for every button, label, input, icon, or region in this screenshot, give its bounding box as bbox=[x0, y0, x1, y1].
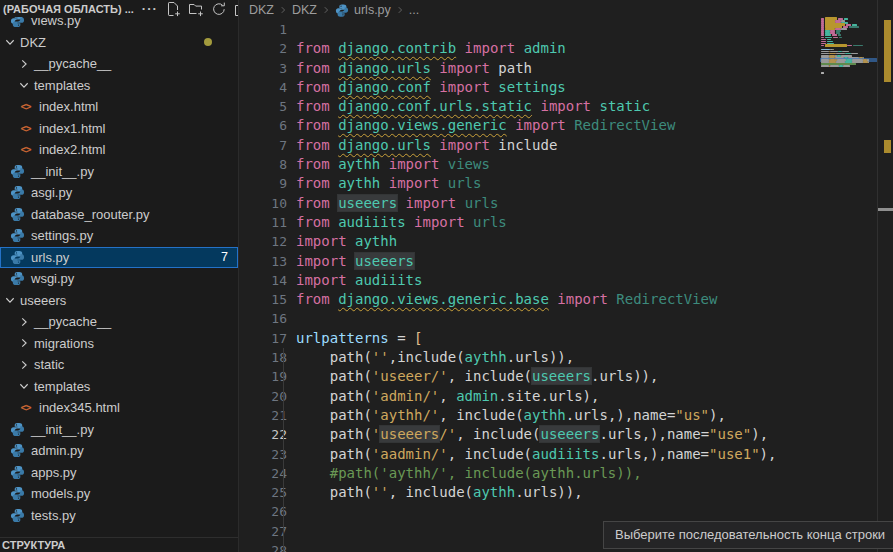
tree-file-apps-py[interactable]: apps.py bbox=[0, 462, 238, 484]
chevron-right-icon[interactable] bbox=[16, 335, 32, 351]
tree-folder--pycache-[interactable]: __pycache__ bbox=[0, 311, 238, 333]
code-line[interactable]: 16 bbox=[240, 309, 820, 328]
line-number[interactable]: 22 bbox=[240, 425, 287, 444]
tree-file--init-py[interactable]: __init__.py bbox=[0, 161, 238, 183]
tree-folder-migrations[interactable]: migrations bbox=[0, 333, 238, 355]
line-number[interactable]: 2 bbox=[240, 39, 287, 58]
new-file-icon[interactable] bbox=[165, 1, 181, 17]
tree-folder-useeers[interactable]: useeers bbox=[0, 290, 238, 312]
code-line[interactable]: 15from django.views.generic.base import … bbox=[240, 290, 820, 309]
overview-ruler[interactable] bbox=[877, 0, 893, 552]
line-number[interactable]: 4 bbox=[240, 78, 287, 97]
tree-file--init-py[interactable]: __init__.py bbox=[0, 419, 238, 441]
line-number[interactable]: 11 bbox=[240, 213, 287, 232]
tree-folder--pycache-[interactable]: __pycache__ bbox=[0, 53, 238, 75]
code-line[interactable]: 18 path('',include(aythh.urls)), bbox=[240, 348, 820, 367]
line-number[interactable]: 17 bbox=[240, 329, 287, 348]
code-line[interactable]: 12import aythh bbox=[240, 232, 820, 251]
line-number[interactable]: 25 bbox=[240, 483, 287, 502]
line-number[interactable]: 7 bbox=[240, 136, 287, 155]
code-line[interactable]: 24 #path('aythh/', include(aythh.urls)), bbox=[240, 464, 820, 483]
line-number[interactable]: 23 bbox=[240, 445, 287, 464]
tree-file-urls-py[interactable]: urls.py7 bbox=[0, 247, 238, 269]
code-line[interactable]: 25 path('', include(aythh.urls)), bbox=[240, 483, 820, 502]
chevron-down-icon[interactable] bbox=[2, 34, 18, 50]
code-line[interactable]: 21 path('aythh/', include(aythh.urls,),n… bbox=[240, 406, 820, 425]
code-line[interactable]: 3from django.urls import path bbox=[240, 59, 820, 78]
line-number[interactable]: 28 bbox=[240, 541, 287, 552]
tree-file-settings-py[interactable]: settings.py bbox=[0, 225, 238, 247]
tree-folder-templates[interactable]: templates bbox=[0, 75, 238, 97]
tree-file-admin-py[interactable]: admin.py bbox=[0, 440, 238, 462]
new-folder-icon[interactable] bbox=[188, 1, 204, 17]
chevron-right-icon[interactable] bbox=[16, 56, 32, 72]
line-number[interactable]: 16 bbox=[240, 309, 287, 328]
code-line[interactable]: 20 path('admin/', admin.site.urls), bbox=[240, 387, 820, 406]
tree-file-index1-html[interactable]: <>index1.html bbox=[0, 118, 238, 140]
tree-file-asgi-py[interactable]: asgi.py bbox=[0, 182, 238, 204]
breadcrumb-file[interactable]: urls.py bbox=[354, 3, 391, 17]
code-line[interactable]: 23 path('aadmin/', include(audiiits.urls… bbox=[240, 445, 820, 464]
code-line[interactable]: 17urlpatterns = [ bbox=[240, 329, 820, 348]
tree-folder-DKZ[interactable]: DKZ bbox=[0, 32, 238, 54]
tree-file-models-py[interactable]: models.py bbox=[0, 483, 238, 505]
code-line[interactable]: 1 bbox=[240, 20, 820, 39]
collapse-all-icon[interactable] bbox=[234, 1, 239, 17]
code-line[interactable]: 5from django.conf.urls.static import sta… bbox=[240, 97, 820, 116]
refresh-icon[interactable] bbox=[211, 1, 227, 17]
line-number[interactable]: 5 bbox=[240, 97, 287, 116]
code-line[interactable]: 9from aythh import urls bbox=[240, 174, 820, 193]
code-line[interactable]: 26 bbox=[240, 502, 820, 521]
code-line[interactable]: 6from django.views.generic import Redire… bbox=[240, 116, 820, 135]
outline-section-header[interactable]: СТРУКТУРА bbox=[0, 537, 238, 552]
line-number[interactable]: 15 bbox=[240, 290, 287, 309]
code-line[interactable]: 2from django.contrib import admin bbox=[240, 39, 820, 58]
tree-file-index345-html[interactable]: <>index345.html bbox=[0, 397, 238, 419]
line-number[interactable]: 1 bbox=[240, 20, 287, 39]
chevron-right-icon[interactable] bbox=[16, 314, 32, 330]
line-number[interactable]: 14 bbox=[240, 271, 287, 290]
breadcrumb-symbol[interactable]: ... bbox=[409, 3, 419, 17]
line-number[interactable]: 20 bbox=[240, 387, 287, 406]
tree-file-tests-py[interactable]: tests.py bbox=[0, 505, 238, 527]
code-editor[interactable]: 12from django.contrib import admin3from … bbox=[240, 20, 820, 552]
line-number[interactable]: 6 bbox=[240, 116, 287, 135]
tree-folder-static[interactable]: static bbox=[0, 354, 238, 376]
code-line[interactable]: 4from django.conf import settings bbox=[240, 78, 820, 97]
line-number[interactable]: 21 bbox=[240, 406, 287, 425]
minimap-line-mark bbox=[825, 37, 832, 39]
tree-file-index-html[interactable]: <>index.html bbox=[0, 96, 238, 118]
chevron-down-icon[interactable] bbox=[16, 77, 32, 93]
code-line[interactable]: 7from django.urls import include bbox=[240, 136, 820, 155]
code-line[interactable]: 14import audiiits bbox=[240, 271, 820, 290]
chevron-down-icon[interactable] bbox=[2, 292, 18, 308]
tree-file-wsgi-py[interactable]: wsgi.py bbox=[0, 268, 238, 290]
line-number[interactable]: 18 bbox=[240, 348, 287, 367]
explorer-section-header[interactable]: (РАБОЧАЯ ОБЛАСТЬ) ... ··· bbox=[0, 0, 238, 17]
line-number[interactable]: 9 bbox=[240, 174, 287, 193]
tree-folder-templates[interactable]: templates bbox=[0, 376, 238, 398]
code-line[interactable]: 19 path('useeer/', include(useeers.urls)… bbox=[240, 367, 820, 386]
code-line[interactable]: 8from aythh import views bbox=[240, 155, 820, 174]
minimap[interactable] bbox=[820, 0, 877, 552]
line-number[interactable]: 3 bbox=[240, 59, 287, 78]
line-number[interactable]: 12 bbox=[240, 232, 287, 251]
more-actions-icon[interactable]: ··· bbox=[142, 1, 158, 17]
line-number[interactable]: 26 bbox=[240, 502, 287, 521]
breadcrumb-project[interactable]: DKZ bbox=[249, 3, 274, 17]
code-line[interactable]: 11from audiiits import urls bbox=[240, 213, 820, 232]
chevron-down-icon[interactable] bbox=[16, 378, 32, 394]
tree-file-database-roouter-py[interactable]: database_roouter.py bbox=[0, 204, 238, 226]
code-line[interactable]: 22 path('useeers/', include(useeers.urls… bbox=[240, 425, 820, 444]
code-line[interactable]: 13import useeers bbox=[240, 252, 820, 271]
chevron-right-icon[interactable] bbox=[16, 357, 32, 373]
line-number[interactable]: 24 bbox=[240, 464, 287, 483]
tree-file-index2-html[interactable]: <>index2.html bbox=[0, 139, 238, 161]
breadcrumb-folder[interactable]: DKZ bbox=[292, 3, 317, 17]
line-number[interactable]: 19 bbox=[240, 367, 287, 386]
line-number[interactable]: 10 bbox=[240, 194, 287, 213]
line-number[interactable]: 8 bbox=[240, 155, 287, 174]
code-line[interactable]: 10from useeers import urls bbox=[240, 194, 820, 213]
line-number[interactable]: 27 bbox=[240, 522, 287, 541]
line-number[interactable]: 13 bbox=[240, 252, 287, 271]
